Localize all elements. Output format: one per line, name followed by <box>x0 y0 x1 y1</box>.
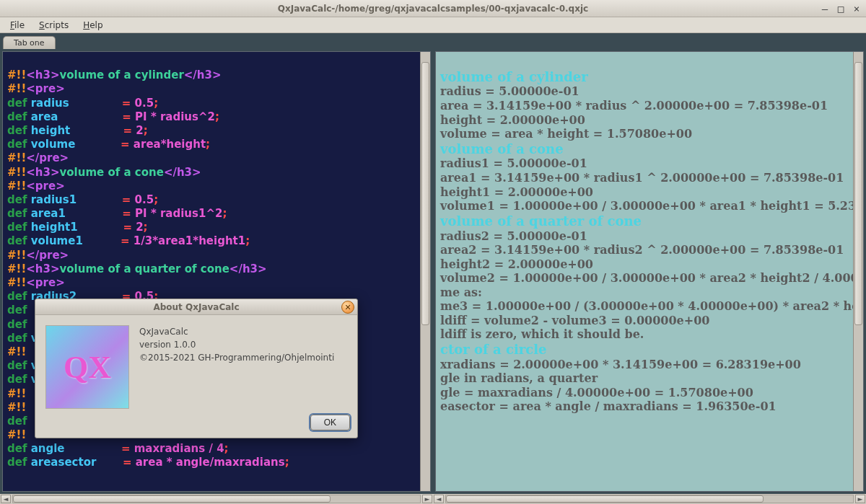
menu-scripts[interactable]: Scripts <box>33 19 74 32</box>
menu-help[interactable]: Help <box>77 19 108 32</box>
scroll-left-icon-2[interactable]: ◄ <box>434 495 444 503</box>
logo-text: QX <box>64 349 111 386</box>
output-content: volume of a cylinder radius = 5.00000e-0… <box>436 52 863 430</box>
app-version: version 1.0.0 <box>139 338 334 351</box>
right-hscroll-track[interactable] <box>445 495 854 503</box>
dialog-titlebar: About QxJavaCalc ✕ <box>35 299 357 315</box>
app-copyright: ©2015-2021 GH-Programmering/Ohjelmointi <box>139 351 334 364</box>
bottom-scrollbars: ◄ ► ◄ ► <box>0 494 866 504</box>
maximize-icon[interactable]: □ <box>836 4 846 14</box>
close-icon[interactable]: × <box>852 4 862 14</box>
scroll-right-icon-2[interactable]: ► <box>855 495 865 503</box>
about-dialog: About QxJavaCalc ✕ QX QxJavaCalc version… <box>35 299 358 438</box>
dialog-body: QX QxJavaCalc version 1.0.0 ©2015-2021 G… <box>35 315 357 415</box>
minimize-icon[interactable]: – <box>820 4 830 14</box>
code-vertical-scrollbar[interactable] <box>420 52 430 491</box>
dialog-title: About QxJavaCalc <box>153 302 239 312</box>
scroll-right-icon[interactable]: ► <box>422 495 432 503</box>
menubar: File Scripts Help <box>0 17 866 33</box>
dialog-footer: OK <box>35 415 357 438</box>
output-vertical-scrollbar[interactable] <box>853 52 863 491</box>
ok-button[interactable]: OK <box>310 415 350 430</box>
window-title: QxJavaCalc-/home/greg/qxjavacalcsamples/… <box>278 4 588 14</box>
app-name: QxJavaCalc <box>139 325 334 338</box>
dialog-close-icon[interactable]: ✕ <box>341 301 354 314</box>
left-hscroll-track[interactable] <box>12 495 421 503</box>
output-pane[interactable]: volume of a cylinder radius = 5.00000e-0… <box>435 51 864 492</box>
menu-file[interactable]: File <box>4 19 30 32</box>
tab-one[interactable]: Tab one <box>3 36 56 49</box>
scroll-left-icon[interactable]: ◄ <box>1 495 11 503</box>
app-logo-icon: QX <box>45 325 129 409</box>
window-titlebar: QxJavaCalc-/home/greg/qxjavacalcsamples/… <box>0 0 866 17</box>
dialog-info: QxJavaCalc version 1.0.0 ©2015-2021 GH-P… <box>139 325 334 409</box>
tab-bar: Tab one <box>0 33 866 49</box>
window-buttons: – □ × <box>820 4 862 14</box>
